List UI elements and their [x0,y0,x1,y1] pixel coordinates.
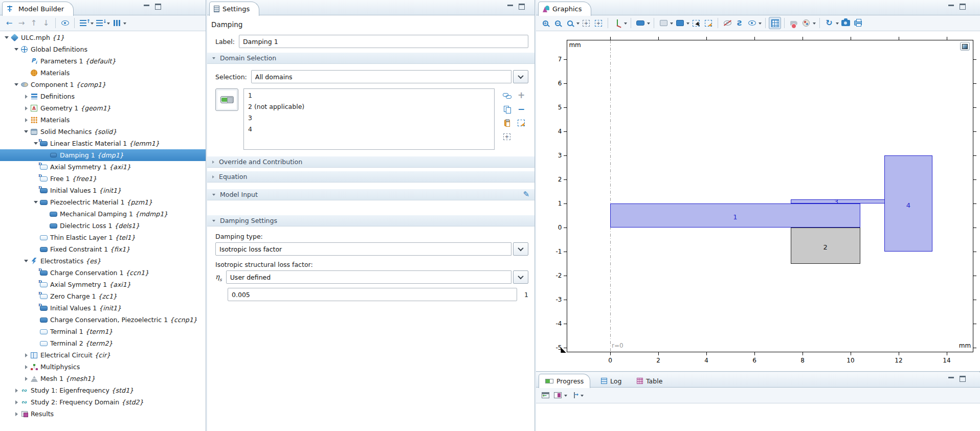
tree-node-initial-values-1[interactable]: DInitial Values 1{init1} [0,185,206,196]
move-up-button[interactable]: ↑ [28,17,40,29]
reset-hiding-button[interactable]: Ƨ [733,17,746,29]
tab-log[interactable]: Log [595,374,628,388]
expand-arrow-icon[interactable] [13,389,20,393]
copy-selection-button[interactable] [501,103,513,116]
view-hidden-dropdown[interactable] [759,22,762,26]
expand-arrow-icon[interactable] [13,400,20,404]
edit-model-input-icon[interactable]: ✎ [523,191,529,198]
collapse-arrow-icon[interactable] [23,130,30,133]
zoom-box-dropdown[interactable] [576,22,580,26]
expand-arrow-icon[interactable] [23,118,30,122]
zoom-to-selection-button[interactable]: + [501,131,513,143]
remove-button[interactable]: − [515,103,527,116]
tree-node-study-2-frequency-domain[interactable]: ∾Study 2: Frequency Domain{std2} [0,396,206,408]
damping-type-combo[interactable] [215,242,511,256]
tab-table[interactable]: Table [631,374,669,388]
domain-list-item[interactable]: 2 (not applicable) [244,101,494,112]
tree-node-terminal-1[interactable]: Terminal 1{term1} [0,326,206,337]
forward-button[interactable]: → [15,17,28,29]
minimize-button[interactable] [507,4,514,9]
maximize-button[interactable] [155,4,161,10]
plot-area[interactable]: 123402468101214-5-4-3-2-101234567mmmmr=0 [536,32,980,371]
tree-node-charge-conservation-piezoelectric-1[interactable]: Charge Conservation, Piezoelectric 1{ccn… [0,314,206,326]
tree-node-component-1[interactable]: Component 1{comp1} [0,79,206,90]
tree-node-definitions[interactable]: Definitions [0,90,206,102]
node-text-button[interactable] [110,17,123,29]
select-domains-dropdown[interactable] [647,22,650,26]
zoom-box-button[interactable] [564,17,576,29]
zoom-extents-button[interactable]: + [580,17,592,29]
collapse-all-dropdown[interactable] [107,22,110,26]
detach-window-button[interactable] [568,389,580,401]
tree-node-materials[interactable]: Materials [0,114,206,126]
tree-node-solid-mechanics[interactable]: Solid Mechanics{solid} [0,126,206,138]
selection-box-add-button[interactable] [657,17,670,29]
show-side-window-button[interactable] [551,389,564,401]
add-button[interactable]: + [515,89,527,102]
view-orientation-dropdown[interactable] [624,22,627,26]
collapse-arrow-icon[interactable] [13,83,20,86]
scene-light-button[interactable]: ↻ [823,17,835,29]
expand-arrow-icon[interactable] [23,377,30,381]
tab-model-builder[interactable]: Model Builder [2,2,74,16]
tree-node-dielectric-loss-1[interactable]: Dielectric Loss 1{dels1} [0,220,206,232]
tree-node-zero-charge-1[interactable]: DZero Charge 1{zc1} [0,290,206,302]
tree-node-parameters-1[interactable]: PiParameters 1{default} [0,55,206,67]
tree-node-materials[interactable]: Materials [0,67,206,79]
domain-list-item[interactable]: 4 [244,124,494,135]
tree-node-study-1-eigenfrequency[interactable]: ∾Study 1: Eigenfrequency{std1} [0,384,206,396]
collapse-arrow-icon[interactable] [13,48,20,51]
zoom-in-button[interactable]: + [539,17,551,29]
detach-window-dropdown[interactable] [581,395,584,398]
tree-node-results[interactable]: Results [0,408,206,420]
tree-node-terminal-2[interactable]: Terminal 2{term2} [0,337,206,349]
selection-combo-dropdown[interactable] [513,70,528,83]
expand-arrow-icon[interactable] [23,365,30,369]
expand-arrow-icon[interactable] [23,106,30,110]
expand-arrow-icon[interactable] [23,95,30,99]
selection-box-blue-dropdown[interactable] [686,22,689,26]
domain-selection-list[interactable]: 12 (not applicable)34 [243,88,495,150]
color-palette-dropdown[interactable] [813,22,816,26]
deselect-brush-button[interactable] [702,17,715,29]
minimize-button[interactable] [948,4,954,9]
tree-node-linear-elastic-material-1[interactable]: DLinear Elastic Material 1{lemm1} [0,138,206,149]
plot-window-button[interactable] [960,42,970,51]
tree-node-multiphysics[interactable]: Multiphysics [0,361,206,373]
maximize-button[interactable] [960,4,966,10]
collapse-arrow-icon[interactable] [3,36,10,39]
active-toggle-button[interactable] [215,88,238,111]
tree-node-free-1[interactable]: DFree 1{free1} [0,173,206,185]
expand-arrow-icon[interactable] [23,353,30,357]
tree-node-geometry-1[interactable]: AGeometry 1{geom1} [0,102,206,114]
eta-source-dropdown[interactable] [513,270,528,284]
maximize-button[interactable] [960,376,966,382]
collapse-arrow-icon[interactable] [23,260,30,262]
tree-node-axial-symmetry-1[interactable]: DAxial Symmetry 1{axi1} [0,279,206,290]
expand-all-dropdown[interactable] [91,22,94,26]
tab-graphics[interactable]: Graphics [538,2,591,16]
tree-node-mesh-1[interactable]: Mesh 1{mesh1} [0,373,206,384]
damping-type-dropdown[interactable] [513,242,528,256]
image-snapshot-frame-button[interactable]: + [592,17,605,29]
section-model-input[interactable]: Model Input ✎ [207,189,534,200]
section-damping-settings[interactable]: Damping Settings [207,215,534,226]
tree-node-axial-symmetry-1[interactable]: DAxial Symmetry 1{axi1} [0,161,206,173]
select-cursor-button[interactable] [690,17,702,29]
section-equation[interactable]: Equation [207,171,534,183]
grid-button[interactable] [769,17,781,29]
tree-node-fixed-constraint-1[interactable]: Fixed Constraint 1{fix1} [0,243,206,255]
tree-node-initial-values-1[interactable]: DInitial Values 1{init1} [0,302,206,314]
domain-list-item[interactable]: 1 [244,90,494,101]
deselect-box-button[interactable] [515,117,527,129]
expand-arrow-icon[interactable] [13,412,20,416]
move-down-button[interactable]: ↓ [40,17,52,29]
tree-node-thin-elastic-layer-1[interactable]: Thin Elastic Layer 1{tel1} [0,232,206,243]
domain-list-item[interactable]: 3 [244,112,494,124]
snapshot-camera-button[interactable] [839,17,852,29]
scene-light-dropdown[interactable] [836,22,839,26]
minimize-button[interactable] [948,376,954,381]
tab-settings[interactable]: Settings [209,2,259,16]
view-hidden-button[interactable] [746,17,758,29]
tree-node-mechanical-damping-1[interactable]: Mechanical Damping 1{mdmp1} [0,208,206,220]
